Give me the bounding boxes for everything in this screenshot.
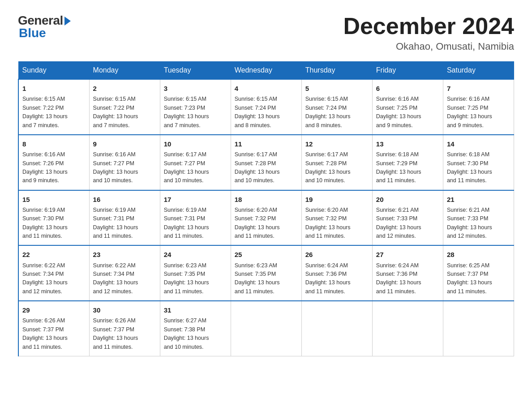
day-number: 1 — [22, 83, 86, 94]
day-number: 11 — [235, 139, 298, 149]
logo: General Blue — [18, 13, 71, 40]
day-number: 31 — [164, 305, 227, 315]
calendar-week-2: 8Sunrise: 6:16 AMSunset: 7:26 PMDaylight… — [18, 135, 514, 190]
month-title: December 2024 — [343, 13, 514, 39]
header-wednesday: Wednesday — [231, 62, 301, 80]
title-block: December 2024 Okahao, Omusati, Namibia — [343, 13, 514, 52]
calendar-cell: 29Sunrise: 6:26 AMSunset: 7:37 PMDayligh… — [18, 301, 89, 356]
calendar-cell: 1Sunrise: 6:15 AMSunset: 7:22 PMDaylight… — [18, 79, 89, 135]
logo-arrow-icon — [64, 17, 71, 26]
calendar-week-5: 29Sunrise: 6:26 AMSunset: 7:37 PMDayligh… — [18, 301, 514, 356]
day-number: 22 — [22, 249, 86, 260]
day-number: 6 — [376, 83, 439, 94]
day-number: 30 — [93, 305, 156, 315]
calendar-cell: 21Sunrise: 6:21 AMSunset: 7:33 PMDayligh… — [443, 190, 514, 246]
calendar-cell: 30Sunrise: 6:26 AMSunset: 7:37 PMDayligh… — [89, 301, 160, 356]
calendar-cell: 18Sunrise: 6:20 AMSunset: 7:32 PMDayligh… — [231, 190, 301, 246]
calendar-cell: 14Sunrise: 6:18 AMSunset: 7:30 PMDayligh… — [443, 135, 514, 190]
day-number: 10 — [164, 139, 227, 149]
day-number: 4 — [235, 83, 298, 94]
header-tuesday: Tuesday — [160, 62, 231, 80]
calendar-cell: 10Sunrise: 6:17 AMSunset: 7:27 PMDayligh… — [160, 135, 231, 190]
day-number: 9 — [93, 139, 156, 149]
calendar-header: SundayMondayTuesdayWednesdayThursdayFrid… — [18, 62, 514, 80]
calendar-cell: 15Sunrise: 6:19 AMSunset: 7:30 PMDayligh… — [18, 190, 89, 246]
day-number: 3 — [164, 83, 227, 94]
calendar-week-3: 15Sunrise: 6:19 AMSunset: 7:30 PMDayligh… — [18, 190, 514, 246]
calendar-cell: 22Sunrise: 6:22 AMSunset: 7:34 PMDayligh… — [18, 245, 89, 301]
calendar-cell: 4Sunrise: 6:15 AMSunset: 7:24 PMDaylight… — [231, 79, 301, 135]
calendar-week-4: 22Sunrise: 6:22 AMSunset: 7:34 PMDayligh… — [18, 245, 514, 301]
calendar-cell: 28Sunrise: 6:25 AMSunset: 7:37 PMDayligh… — [443, 245, 514, 301]
page-header: General Blue December 2024 Okahao, Omusa… — [18, 13, 514, 52]
calendar-cell: 7Sunrise: 6:16 AMSunset: 7:25 PMDaylight… — [443, 79, 514, 135]
header-monday: Monday — [89, 62, 160, 80]
day-number: 26 — [305, 249, 369, 260]
day-number: 25 — [235, 249, 298, 260]
day-number: 7 — [447, 83, 510, 94]
calendar-cell: 17Sunrise: 6:19 AMSunset: 7:31 PMDayligh… — [160, 190, 231, 246]
location-title: Okahao, Omusati, Namibia — [343, 41, 514, 52]
logo-blue-text: Blue — [19, 26, 46, 40]
day-number: 2 — [93, 83, 156, 94]
calendar-table: SundayMondayTuesdayWednesdayThursdayFrid… — [18, 61, 514, 356]
calendar-cell: 9Sunrise: 6:16 AMSunset: 7:27 PMDaylight… — [89, 135, 160, 190]
calendar-cell: 26Sunrise: 6:24 AMSunset: 7:36 PMDayligh… — [301, 245, 372, 301]
calendar-cell: 6Sunrise: 6:16 AMSunset: 7:25 PMDaylight… — [372, 79, 443, 135]
header-saturday: Saturday — [443, 62, 514, 80]
header-thursday: Thursday — [301, 62, 372, 80]
calendar-cell — [372, 301, 443, 356]
day-number: 20 — [376, 194, 439, 205]
calendar-cell: 3Sunrise: 6:15 AMSunset: 7:23 PMDaylight… — [160, 79, 231, 135]
calendar-cell — [301, 301, 372, 356]
day-number: 27 — [376, 249, 439, 260]
day-number: 28 — [447, 249, 510, 260]
day-number: 23 — [93, 249, 156, 260]
calendar-cell: 20Sunrise: 6:21 AMSunset: 7:33 PMDayligh… — [372, 190, 443, 246]
day-number: 12 — [305, 139, 369, 149]
calendar-cell: 24Sunrise: 6:23 AMSunset: 7:35 PMDayligh… — [160, 245, 231, 301]
calendar-week-1: 1Sunrise: 6:15 AMSunset: 7:22 PMDaylight… — [18, 79, 514, 135]
calendar-cell: 31Sunrise: 6:27 AMSunset: 7:38 PMDayligh… — [160, 301, 231, 356]
calendar-cell: 27Sunrise: 6:24 AMSunset: 7:36 PMDayligh… — [372, 245, 443, 301]
day-number: 13 — [376, 139, 439, 149]
calendar-cell: 16Sunrise: 6:19 AMSunset: 7:31 PMDayligh… — [89, 190, 160, 246]
day-number: 15 — [22, 194, 86, 205]
calendar-cell — [443, 301, 514, 356]
day-number: 17 — [164, 194, 227, 205]
calendar-cell: 8Sunrise: 6:16 AMSunset: 7:26 PMDaylight… — [18, 135, 89, 190]
day-number: 18 — [235, 194, 298, 205]
day-number: 16 — [93, 194, 156, 205]
calendar-cell: 2Sunrise: 6:15 AMSunset: 7:22 PMDaylight… — [89, 79, 160, 135]
calendar-cell: 25Sunrise: 6:23 AMSunset: 7:35 PMDayligh… — [231, 245, 301, 301]
calendar-cell: 11Sunrise: 6:17 AMSunset: 7:28 PMDayligh… — [231, 135, 301, 190]
day-number: 19 — [305, 194, 369, 205]
calendar-cell — [231, 301, 301, 356]
day-number: 21 — [447, 194, 510, 205]
day-number: 8 — [22, 139, 86, 149]
day-number: 29 — [22, 305, 86, 315]
calendar-cell: 13Sunrise: 6:18 AMSunset: 7:29 PMDayligh… — [372, 135, 443, 190]
day-number: 14 — [447, 139, 510, 149]
calendar-cell: 23Sunrise: 6:22 AMSunset: 7:34 PMDayligh… — [89, 245, 160, 301]
day-number: 24 — [164, 249, 227, 260]
day-number: 5 — [305, 83, 369, 94]
header-friday: Friday — [372, 62, 443, 80]
header-sunday: Sunday — [18, 62, 89, 80]
calendar-cell: 5Sunrise: 6:15 AMSunset: 7:24 PMDaylight… — [301, 79, 372, 135]
calendar-cell: 19Sunrise: 6:20 AMSunset: 7:32 PMDayligh… — [301, 190, 372, 246]
calendar-cell: 12Sunrise: 6:17 AMSunset: 7:28 PMDayligh… — [301, 135, 372, 190]
